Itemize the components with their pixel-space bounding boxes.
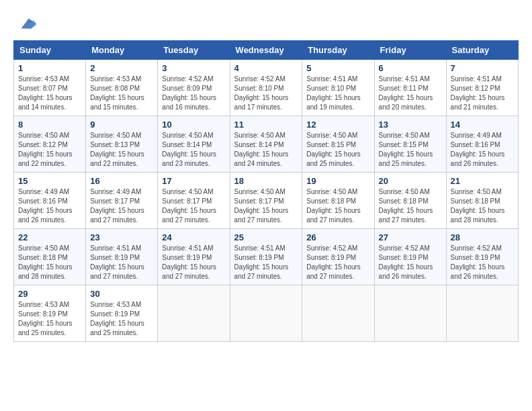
day-info: Sunrise: 4:53 AMSunset: 8:19 PMDaylight:… [18,300,81,338]
weekday-header-thursday: Thursday [302,41,374,60]
calendar-cell: 9Sunrise: 4:50 AMSunset: 8:13 PMDaylight… [86,116,158,173]
weekday-header-wednesday: Wednesday [230,41,302,60]
day-number: 3 [162,63,225,73]
day-info: Sunrise: 4:49 AMSunset: 8:16 PMDaylight:… [451,131,514,169]
day-number: 1 [18,63,81,73]
day-number: 27 [379,232,442,242]
calendar-cell: 6Sunrise: 4:51 AMSunset: 8:11 PMDaylight… [374,60,446,116]
calendar-week-2: 8Sunrise: 4:50 AMSunset: 8:12 PMDaylight… [14,116,519,173]
day-number: 29 [18,289,81,299]
day-info: Sunrise: 4:50 AMSunset: 8:18 PMDaylight:… [451,187,514,225]
day-info: Sunrise: 4:53 AMSunset: 8:19 PMDaylight:… [90,300,153,338]
day-number: 17 [162,176,225,186]
page-header [13,13,519,34]
day-info: Sunrise: 4:50 AMSunset: 8:14 PMDaylight:… [162,131,225,169]
weekday-header-friday: Friday [374,41,446,60]
day-info: Sunrise: 4:50 AMSunset: 8:18 PMDaylight:… [306,187,369,225]
calendar-week-4: 22Sunrise: 4:50 AMSunset: 8:18 PMDayligh… [14,229,519,285]
calendar-cell: 16Sunrise: 4:49 AMSunset: 8:17 PMDayligh… [86,173,158,229]
calendar-cell: 14Sunrise: 4:49 AMSunset: 8:16 PMDayligh… [446,116,518,173]
day-number: 19 [306,176,369,186]
day-number: 11 [234,120,298,130]
day-number: 2 [90,63,153,73]
calendar-cell: 23Sunrise: 4:51 AMSunset: 8:19 PMDayligh… [86,229,158,285]
day-info: Sunrise: 4:50 AMSunset: 8:17 PMDaylight:… [234,187,298,225]
calendar-cell: 20Sunrise: 4:50 AMSunset: 8:18 PMDayligh… [374,173,446,229]
day-info: Sunrise: 4:52 AMSunset: 8:19 PMDaylight:… [306,244,369,281]
logo [13,13,36,34]
calendar-cell: 19Sunrise: 4:50 AMSunset: 8:18 PMDayligh… [302,173,374,229]
calendar-cell: 22Sunrise: 4:50 AMSunset: 8:18 PMDayligh… [14,229,86,285]
day-info: Sunrise: 4:51 AMSunset: 8:11 PMDaylight:… [379,75,442,112]
day-info: Sunrise: 4:49 AMSunset: 8:17 PMDaylight:… [90,187,153,225]
day-number: 9 [90,120,153,130]
calendar-cell [158,285,230,342]
calendar-table: SundayMondayTuesdayWednesdayThursdayFrid… [13,40,519,342]
day-info: Sunrise: 4:53 AMSunset: 8:07 PMDaylight:… [18,75,81,112]
weekday-header-tuesday: Tuesday [158,41,230,60]
weekday-header-sunday: Sunday [14,41,86,60]
calendar-header-row: SundayMondayTuesdayWednesdayThursdayFrid… [14,41,519,60]
day-number: 8 [18,120,81,130]
day-info: Sunrise: 4:50 AMSunset: 8:12 PMDaylight:… [18,131,81,169]
day-info: Sunrise: 4:50 AMSunset: 8:15 PMDaylight:… [379,131,442,169]
day-info: Sunrise: 4:50 AMSunset: 8:13 PMDaylight:… [90,131,153,169]
calendar-cell [374,285,446,342]
calendar-cell: 27Sunrise: 4:52 AMSunset: 8:19 PMDayligh… [374,229,446,285]
calendar-cell: 18Sunrise: 4:50 AMSunset: 8:17 PMDayligh… [230,173,302,229]
day-info: Sunrise: 4:51 AMSunset: 8:19 PMDaylight:… [90,244,153,281]
day-number: 13 [379,120,442,130]
day-info: Sunrise: 4:50 AMSunset: 8:15 PMDaylight:… [306,131,369,169]
calendar-cell: 30Sunrise: 4:53 AMSunset: 8:19 PMDayligh… [86,285,158,342]
day-number: 12 [306,120,369,130]
calendar-cell: 28Sunrise: 4:52 AMSunset: 8:19 PMDayligh… [446,229,518,285]
day-number: 20 [379,176,442,186]
calendar-cell [446,285,518,342]
day-number: 15 [18,176,81,186]
calendar-cell: 8Sunrise: 4:50 AMSunset: 8:12 PMDaylight… [14,116,86,173]
calendar-cell: 3Sunrise: 4:52 AMSunset: 8:09 PMDaylight… [158,60,230,116]
calendar-cell: 5Sunrise: 4:51 AMSunset: 8:10 PMDaylight… [302,60,374,116]
calendar-cell: 21Sunrise: 4:50 AMSunset: 8:18 PMDayligh… [446,173,518,229]
day-info: Sunrise: 4:50 AMSunset: 8:18 PMDaylight:… [379,187,442,225]
day-info: Sunrise: 4:51 AMSunset: 8:12 PMDaylight:… [451,75,514,112]
day-info: Sunrise: 4:51 AMSunset: 8:19 PMDaylight:… [162,244,225,281]
day-info: Sunrise: 4:49 AMSunset: 8:16 PMDaylight:… [18,187,81,225]
day-info: Sunrise: 4:50 AMSunset: 8:18 PMDaylight:… [18,244,81,281]
day-number: 26 [306,232,369,242]
weekday-header-saturday: Saturday [446,41,518,60]
weekday-header-monday: Monday [86,41,158,60]
day-number: 7 [451,63,514,73]
calendar-cell: 25Sunrise: 4:51 AMSunset: 8:19 PMDayligh… [230,229,302,285]
calendar-week-3: 15Sunrise: 4:49 AMSunset: 8:16 PMDayligh… [14,173,519,229]
day-info: Sunrise: 4:52 AMSunset: 8:19 PMDaylight:… [379,244,442,281]
calendar-cell: 29Sunrise: 4:53 AMSunset: 8:19 PMDayligh… [14,285,86,342]
day-number: 4 [234,63,298,73]
calendar-week-5: 29Sunrise: 4:53 AMSunset: 8:19 PMDayligh… [14,285,519,342]
day-info: Sunrise: 4:52 AMSunset: 8:10 PMDaylight:… [234,75,298,112]
day-number: 28 [451,232,514,242]
day-number: 22 [18,232,81,242]
calendar-cell: 7Sunrise: 4:51 AMSunset: 8:12 PMDaylight… [446,60,518,116]
day-info: Sunrise: 4:52 AMSunset: 8:09 PMDaylight:… [162,75,225,112]
calendar-week-1: 1Sunrise: 4:53 AMSunset: 8:07 PMDaylight… [14,60,519,116]
calendar-cell: 10Sunrise: 4:50 AMSunset: 8:14 PMDayligh… [158,116,230,173]
day-number: 16 [90,176,153,186]
day-info: Sunrise: 4:51 AMSunset: 8:19 PMDaylight:… [234,244,298,281]
calendar-cell: 4Sunrise: 4:52 AMSunset: 8:10 PMDaylight… [230,60,302,116]
calendar-cell [230,285,302,342]
logo-icon [16,13,36,34]
calendar-cell: 17Sunrise: 4:50 AMSunset: 8:17 PMDayligh… [158,173,230,229]
day-number: 5 [306,63,369,73]
calendar-cell [302,285,374,342]
day-number: 10 [162,120,225,130]
calendar-cell: 26Sunrise: 4:52 AMSunset: 8:19 PMDayligh… [302,229,374,285]
day-number: 25 [234,232,298,242]
day-info: Sunrise: 4:52 AMSunset: 8:19 PMDaylight:… [451,244,514,281]
calendar-cell: 2Sunrise: 4:53 AMSunset: 8:08 PMDaylight… [86,60,158,116]
day-number: 14 [451,120,514,130]
day-info: Sunrise: 4:51 AMSunset: 8:10 PMDaylight:… [306,75,369,112]
calendar-cell: 1Sunrise: 4:53 AMSunset: 8:07 PMDaylight… [14,60,86,116]
calendar-cell: 24Sunrise: 4:51 AMSunset: 8:19 PMDayligh… [158,229,230,285]
calendar-cell: 13Sunrise: 4:50 AMSunset: 8:15 PMDayligh… [374,116,446,173]
